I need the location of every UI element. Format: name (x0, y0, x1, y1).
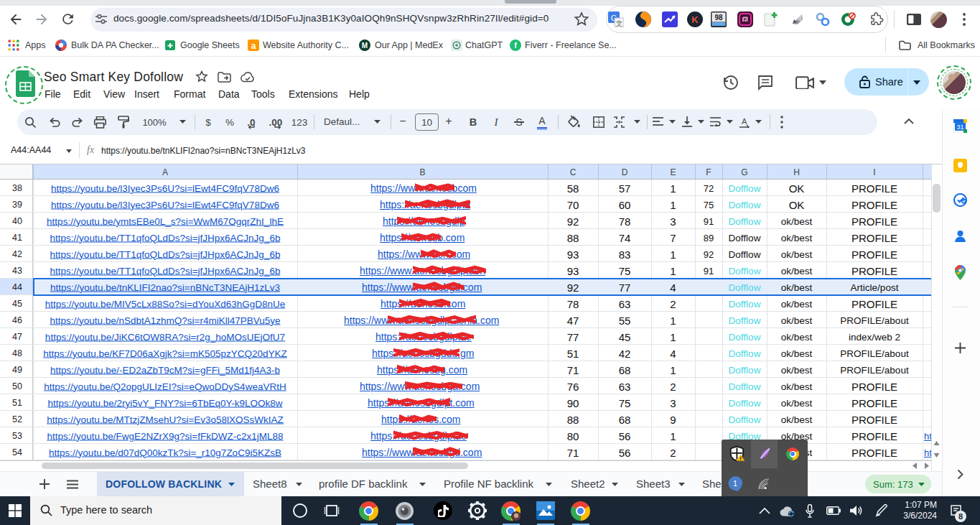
svg-text:M: M (362, 42, 368, 50)
svg-text:K: K (691, 14, 699, 25)
svg-text:a: a (251, 41, 256, 51)
svg-text:文: 文 (616, 19, 623, 27)
svg-text:!: ! (739, 455, 741, 462)
svg-text:98: 98 (714, 14, 723, 22)
svg-text:f: f (514, 41, 517, 50)
svg-text:31: 31 (956, 124, 963, 131)
svg-text:A: A (742, 117, 747, 126)
svg-text:1: 1 (733, 479, 737, 488)
